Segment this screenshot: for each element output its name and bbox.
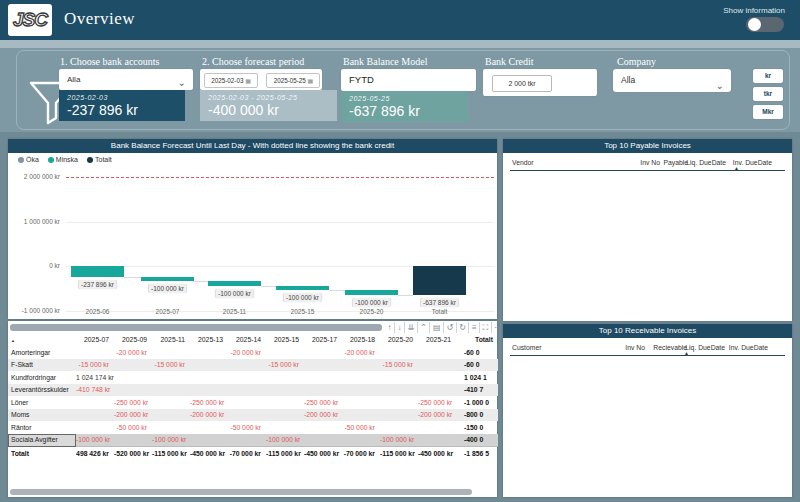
matrix-cell[interactable] [228, 384, 266, 397]
matrix-cell[interactable]: -200 000 kr [190, 409, 228, 422]
matrix-cell[interactable]: -250 000 kr [114, 396, 152, 409]
matrix-cell[interactable]: -15 000 kr [76, 359, 114, 372]
matrix-cell[interactable] [190, 384, 228, 397]
matrix-column-header[interactable]: 2025-17 [304, 333, 342, 346]
horizontal-scrollbar[interactable] [10, 324, 382, 331]
row-label[interactable]: Sociala Avgifter [8, 434, 76, 447]
matrix-cell[interactable] [266, 384, 304, 397]
matrix-cell[interactable]: -100 000 kr [380, 434, 418, 447]
matrix-cell[interactable] [228, 409, 266, 422]
matrix-cell[interactable] [418, 434, 456, 447]
row-label-column-header[interactable]: ▲ [8, 333, 76, 346]
matrix-cell[interactable] [228, 371, 266, 384]
matrix-cell[interactable] [304, 359, 342, 372]
matrix-cell[interactable] [304, 434, 342, 447]
matrix-column-header[interactable]: 2025-21 [418, 333, 456, 346]
expand-next-level-icon[interactable]: ⌃ [417, 322, 430, 333]
matrix-cell[interactable] [418, 384, 456, 397]
matrix-cell[interactable]: -115 000 kr [380, 447, 418, 460]
matrix-cell[interactable]: -520 000 kr [114, 447, 152, 460]
matrix-column-header[interactable]: 2025-18 [342, 333, 380, 346]
matrix-cell[interactable] [380, 384, 418, 397]
row-label[interactable]: Löner [8, 396, 76, 409]
matrix-cell[interactable] [266, 409, 304, 422]
matrix-column-header[interactable]: 2025-13 [190, 333, 228, 346]
matrix-cell[interactable] [190, 359, 228, 372]
matrix-cell[interactable]: -15 000 kr [380, 359, 418, 372]
row-label[interactable]: Amorteringar [8, 346, 76, 359]
matrix-cell[interactable]: -100 000 kr [266, 434, 304, 447]
filter-icon[interactable]: ≡ [468, 322, 479, 333]
matrix-column-header[interactable]: 2025-07 [76, 333, 114, 346]
column-header-invno[interactable]: Inv No [625, 344, 645, 351]
matrix-row-l-ner[interactable]: Löner-250 000 kr-250 000 kr-250 000 kr-2… [8, 396, 498, 409]
matrix-cell[interactable]: -15 000 kr [152, 359, 190, 372]
matrix-cell[interactable]: 498 426 kr [76, 447, 114, 460]
bank-credit-input[interactable]: 2 000 tkr [492, 75, 552, 92]
matrix-cell[interactable] [76, 421, 114, 434]
matrix-cell[interactable]: -100 000 kr [76, 434, 114, 447]
matrix-cell[interactable] [342, 409, 380, 422]
row-label[interactable]: F-Skatt [8, 359, 76, 372]
matrix-cell[interactable] [190, 434, 228, 447]
matrix-cell[interactable] [380, 371, 418, 384]
matrix-cell[interactable] [342, 384, 380, 397]
matrix-cell[interactable] [380, 396, 418, 409]
matrix-row-r-ntor[interactable]: Räntor-50 000 kr-50 000 kr-50 000 kr-150… [8, 421, 498, 434]
matrix-cell[interactable]: -15 000 kr [266, 359, 304, 372]
matrix-row-totalt[interactable]: Totalt498 426 kr-520 000 kr-115 000 kr-4… [8, 447, 498, 460]
matrix-cell[interactable] [342, 396, 380, 409]
matrix-cell[interactable] [114, 359, 152, 372]
matrix-cell[interactable]: 1 024 174 kr [76, 371, 114, 384]
matrix-cell[interactable]: -200 000 kr [114, 409, 152, 422]
matrix-cell[interactable] [342, 359, 380, 372]
matrix-column-header[interactable]: Totalt [456, 333, 498, 346]
matrix-cell[interactable] [152, 346, 190, 359]
row-label[interactable]: Kundfordringar [8, 371, 76, 384]
matrix-cell[interactable]: -200 000 kr [418, 409, 456, 422]
matrix-column-header[interactable]: 2025-09 [114, 333, 152, 346]
matrix-total-cell[interactable]: -400 0 [456, 434, 498, 447]
matrix-column-header[interactable]: 2025-11 [152, 333, 190, 346]
matrix-cell[interactable] [152, 421, 190, 434]
matrix-cell[interactable]: -115 000 kr [152, 447, 190, 460]
matrix-cell[interactable]: -450 000 kr [190, 447, 228, 460]
redo-icon[interactable]: ↻ [456, 322, 469, 333]
matrix-cell[interactable] [76, 396, 114, 409]
company-select[interactable]: Alla ⌄ [613, 69, 731, 92]
column-header-payable[interactable]: Payable [663, 159, 688, 166]
matrix-cell[interactable]: -50 000 kr [228, 421, 266, 434]
drill-up-icon[interactable]: ↑ [385, 322, 394, 333]
matrix-cell[interactable] [304, 384, 342, 397]
waterfall-bar-2025-11[interactable] [208, 281, 261, 285]
matrix-cell[interactable]: -50 000 kr [342, 421, 380, 434]
column-header-recievable[interactable]: Recievable [653, 344, 687, 351]
matrix-cell[interactable]: -50 000 kr [114, 421, 152, 434]
drill-down-icon[interactable]: ↓ [394, 322, 404, 333]
matrix-column-header[interactable]: 2025-14 [228, 333, 266, 346]
matrix-cell[interactable] [152, 384, 190, 397]
waterfall-bar-Totalt[interactable] [413, 266, 466, 294]
waterfall-bar-2025-20[interactable] [345, 290, 398, 294]
matrix-cell[interactable]: -200 000 kr [304, 409, 342, 422]
matrix-cell[interactable] [418, 421, 456, 434]
waterfall-bar-2025-15[interactable] [276, 286, 329, 290]
matrix-row-leverant-rsskulder[interactable]: Leverantörsskulder-410 748 kr-410 7 [8, 384, 498, 397]
matrix-cell[interactable] [342, 371, 380, 384]
matrix-cell[interactable] [114, 371, 152, 384]
matrix-cell[interactable] [266, 396, 304, 409]
unit-button-Mkr[interactable]: Mkr [753, 105, 783, 119]
unit-button-tkr[interactable]: tkr [753, 87, 783, 101]
matrix-cell[interactable] [304, 371, 342, 384]
column-header-inv-duedate[interactable]: Inv. DueDate [729, 344, 768, 351]
matrix-total-cell[interactable]: -60 0 [456, 346, 498, 359]
matrix-cell[interactable] [304, 421, 342, 434]
matrix-row-moms[interactable]: Moms-200 000 kr-200 000 kr-200 000 kr-20… [8, 409, 498, 422]
matrix-cell[interactable]: -410 748 kr [76, 384, 114, 397]
matrix-cell[interactable] [152, 409, 190, 422]
column-header-customer[interactable]: Customer [512, 344, 541, 351]
unit-button-kr[interactable]: kr [753, 69, 783, 83]
matrix-cell[interactable]: -250 000 kr [304, 396, 342, 409]
matrix-total-cell[interactable]: -410 7 [456, 384, 498, 397]
matrix-cell[interactable] [152, 396, 190, 409]
